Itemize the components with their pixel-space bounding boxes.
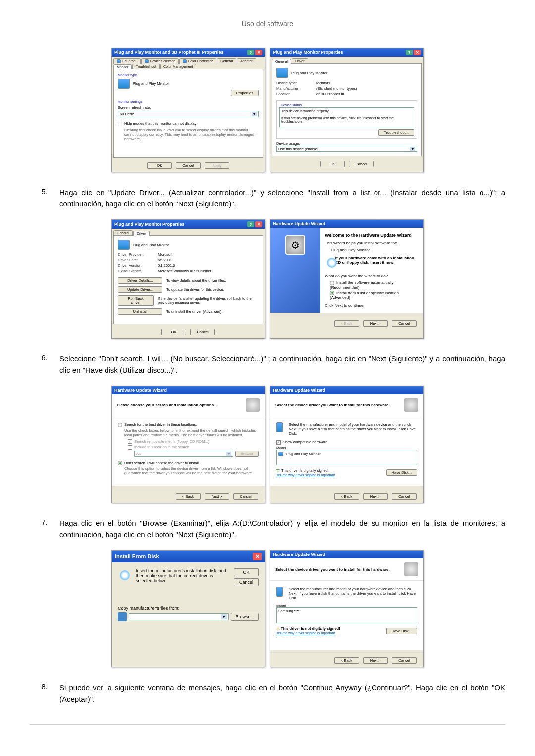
have-disk-button[interactable]: Have Disk...	[386, 628, 417, 634]
radio-search-best[interactable]	[118, 423, 122, 427]
wizard-heading: Welcome to the Hardware Update Wizard	[325, 233, 418, 238]
back-button[interactable]: < Back	[176, 493, 201, 500]
radio-auto[interactable]	[330, 281, 334, 285]
step-5-num: 5.	[30, 187, 59, 209]
step-5: 5. Haga clic en "Update Driver... (Actua…	[30, 187, 505, 209]
hide-modes-checkbox[interactable]	[118, 122, 122, 126]
titlebar-text: Hardware Update Wizard	[273, 221, 325, 226]
ok-button[interactable]: OK	[161, 329, 186, 335]
tab-geforce[interactable]: GeForce3	[113, 58, 141, 64]
ok-button[interactable]: OK	[234, 568, 259, 576]
titlebar: Plug and Play Monitor and 3D Prophet III…	[112, 48, 265, 57]
uninstall-button[interactable]: Uninstall	[118, 308, 162, 315]
browse-button[interactable]: Browse...	[231, 613, 259, 621]
next-button[interactable]: Next >	[363, 657, 388, 664]
back-button[interactable]: < Back	[334, 493, 359, 500]
chevron-down-icon: ▾	[252, 112, 257, 116]
wizard-line-4: What do you want the wizard to do?	[325, 274, 418, 278]
have-disk-button[interactable]: Have Disk...	[386, 469, 417, 476]
step-8: 8. Si puede ver la siguiente ventana de …	[30, 682, 505, 705]
monitor-icon	[118, 79, 130, 89]
tab-color-correction[interactable]: Color Correction	[179, 58, 216, 64]
location-label: Location:	[276, 92, 316, 96]
cancel-button[interactable]: Cancel	[176, 162, 201, 169]
step-7-num: 7.	[30, 518, 59, 540]
model-list[interactable]: Samsung ****	[276, 607, 417, 623]
close-icon[interactable]: ✕	[255, 221, 262, 227]
tab-device-selection[interactable]: Device Selection	[141, 58, 179, 64]
tab-color-management[interactable]: Color Management	[160, 64, 197, 69]
driver-details-button[interactable]: Driver Details...	[118, 277, 162, 284]
tab-general[interactable]: General	[113, 230, 133, 235]
help-icon[interactable]: ?	[406, 50, 413, 55]
tab-troubleshoot[interactable]: Troubleshoot	[132, 64, 160, 69]
device-name: Plug and Play Monitor	[291, 71, 327, 75]
monitor-icon	[278, 452, 283, 456]
update-driver-button[interactable]: Update Driver...	[118, 286, 162, 293]
cancel-button[interactable]: Cancel	[392, 493, 417, 500]
radio-dont-search-label: Don't search. I will choose the driver t…	[124, 461, 200, 465]
model-list[interactable]: Plug and Play Monitor	[276, 450, 417, 465]
uninstall-desc: To uninstall the driver (Advanced).	[166, 309, 222, 314]
ok-button[interactable]: OK	[147, 162, 172, 169]
back-button[interactable]: < Back	[334, 657, 359, 664]
next-button[interactable]: Next >	[363, 320, 388, 327]
cancel-button[interactable]: Cancel	[392, 320, 417, 327]
driver-date-label: Driver Date:	[118, 258, 158, 262]
step-6-text: Seleccione "Don't search, I will... (No …	[59, 353, 505, 376]
help-icon[interactable]: ?	[247, 221, 254, 227]
signing-link[interactable]: Tell me why driver signing is important	[276, 631, 335, 635]
checkbox-removable	[128, 439, 132, 444]
dont-search-desc: Choose this option to select the device …	[124, 466, 259, 475]
tab-driver[interactable]: Driver	[292, 58, 308, 63]
next-button[interactable]: Next >	[363, 493, 388, 500]
cancel-button[interactable]: Cancel	[234, 578, 259, 586]
digital-signer-value: Microsoft Windows XP Publisher	[158, 269, 211, 273]
model-item: Samsung ****	[278, 609, 299, 613]
titlebar-text: Hardware Update Wizard	[114, 388, 167, 393]
browse-button: Browse	[235, 451, 259, 457]
rollback-driver-button[interactable]: Roll Back Driver	[118, 295, 154, 306]
cancel-button[interactable]: Cancel	[349, 161, 374, 167]
wizard-heading: Select the device driver you want to ins…	[275, 567, 390, 572]
checkbox-compatible[interactable]	[276, 440, 281, 445]
tab-driver[interactable]: Driver	[133, 231, 150, 236]
help-icon[interactable]: ?	[247, 50, 254, 55]
tab-monitor[interactable]: Monitor	[113, 64, 132, 69]
signing-link[interactable]: Tell me why driver signing is important	[276, 473, 335, 477]
tab-general[interactable]: General	[272, 59, 291, 64]
refresh-rate-select[interactable]: 60 Hertz ▾	[118, 111, 259, 117]
hide-modes-label: Hide modes that this monitor cannot disp…	[124, 121, 197, 126]
checkbox-include-location	[128, 445, 132, 450]
signed-text: This driver is digitally signed.	[281, 468, 329, 473]
select-driver-desc: Select the manufacturer and model of you…	[289, 587, 417, 600]
path-input[interactable]: ▾	[129, 613, 229, 620]
disk-icon	[118, 568, 132, 582]
back-button: < Back	[334, 320, 359, 327]
update-driver-desc: To update the driver for this device.	[166, 287, 224, 292]
device-usage-select[interactable]: Use this device (enable) ▾	[276, 146, 417, 152]
wizard-icon	[404, 398, 418, 412]
page-header: Uso del software	[30, 20, 505, 28]
wizard-line-5: Click Next to continue.	[325, 303, 418, 308]
cancel-button[interactable]: Cancel	[392, 657, 417, 664]
ok-button[interactable]: OK	[320, 161, 345, 167]
monitor-settings-label: Monitor settings	[118, 100, 259, 103]
properties-button[interactable]: Properties	[231, 90, 259, 96]
radio-dont-search[interactable]	[118, 461, 122, 465]
tab-general[interactable]: General	[217, 58, 236, 64]
device-usage-label: Device usage:	[276, 141, 417, 146]
wizard-icon	[404, 562, 418, 576]
select-driver-desc: Select the manufacturer and model of you…	[289, 422, 417, 436]
radio-list[interactable]	[330, 291, 334, 295]
chevron-down-icon: ▾	[410, 147, 415, 151]
close-icon[interactable]: ✕	[255, 50, 262, 55]
close-icon[interactable]: ✕	[253, 553, 262, 560]
cancel-button[interactable]: Cancel	[190, 329, 215, 335]
tab-adapter[interactable]: Adapter	[237, 58, 256, 64]
close-icon[interactable]: ✕	[414, 50, 421, 55]
screenshot-pair-4: Install From Disk ✕ Insert the manufactu…	[30, 550, 505, 667]
cancel-button[interactable]: Cancel	[233, 493, 258, 500]
troubleshoot-button[interactable]: Troubleshoot...	[378, 129, 414, 136]
next-button[interactable]: Next >	[205, 493, 229, 500]
